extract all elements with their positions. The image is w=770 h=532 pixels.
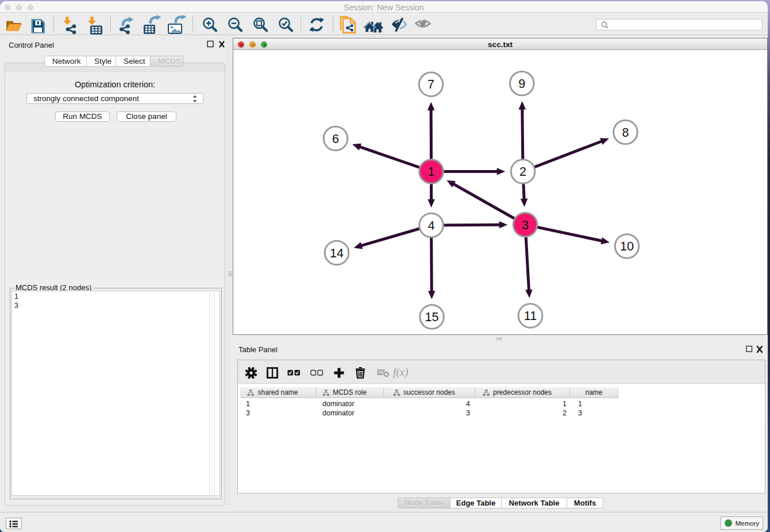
svg-text:9: 9 [518,77,525,91]
svg-text:2: 2 [519,165,526,179]
svg-text:11: 11 [524,309,537,323]
svg-text:1: 1 [428,165,435,179]
svg-text:15: 15 [425,310,439,324]
svg-text:3: 3 [522,218,529,232]
svg-text:4: 4 [428,219,435,233]
svg-text:14: 14 [330,246,344,260]
svg-text:7: 7 [428,78,434,91]
svg-text:f(x): f(x) [393,367,408,379]
svg-text:6: 6 [332,132,339,146]
svg-text:10: 10 [620,240,634,253]
svg-text:8: 8 [622,126,629,140]
